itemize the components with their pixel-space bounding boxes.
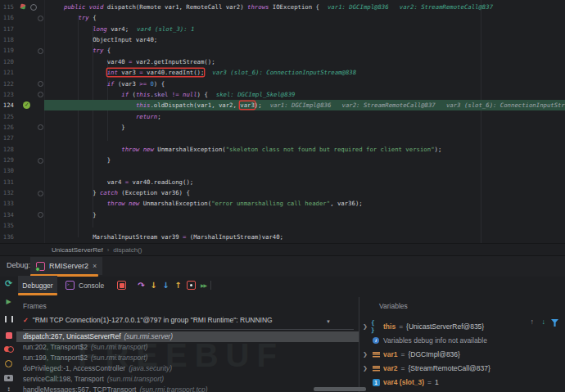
fold-marker-icon[interactable] (38, 191, 43, 196)
thread-selector[interactable]: ✓"RMI TCP Connection(1)-127.0.0.1"@797 i… (23, 316, 354, 330)
step-into-icon[interactable]: ↓ (148, 280, 159, 291)
more-options-icon[interactable]: ⋮ (3, 385, 14, 392)
override-marker-icon[interactable] (30, 4, 37, 11)
tab-console[interactable]: Console (61, 276, 109, 295)
evaluate-expression-icon[interactable] (216, 280, 227, 291)
variable-row[interactable]: iVariables debug info not available (359, 335, 487, 346)
frame-row[interactable]: run:202, Transport$2(sun.rmi.transport) (16, 342, 359, 353)
line-number[interactable]: 134 (0, 210, 14, 220)
code-line[interactable]: this.oldDispatch(var1, var2, var3);var1:… (64, 100, 565, 110)
variable-row[interactable]: ❯var2={StreamRemoteCall@837} (359, 363, 490, 374)
resume-program-icon[interactable]: ▶ (3, 296, 14, 307)
code-token: = (139, 69, 147, 76)
force-step-into-icon[interactable]: ↓ (160, 280, 171, 291)
variable-row[interactable]: ❯{ }this={UnicastServerRef@835} (359, 321, 484, 332)
line-number[interactable]: 136 (0, 232, 14, 242)
line-number[interactable]: 117 (0, 24, 14, 34)
line-number[interactable]: 115 (0, 2, 14, 12)
frame-row[interactable]: serviceCall:198, Transport(sun.rmi.trans… (16, 374, 359, 385)
variable-row[interactable]: 1var4 (slot_3)=1 (359, 376, 439, 388)
view-breakpoints-icon[interactable] (3, 344, 14, 354)
tab-debugger[interactable]: Debugger (18, 276, 57, 295)
show-execution-point-icon[interactable] (116, 280, 127, 291)
mute-breakpoints-icon[interactable] (3, 358, 14, 369)
line-number[interactable]: 135 (0, 220, 14, 231)
code-line[interactable]: } (64, 210, 97, 220)
code-line[interactable]: int var3 = var40.readInt();var3 (slot_6)… (64, 67, 356, 78)
expand-chevron-icon[interactable]: ❯ (363, 323, 371, 330)
code-token: var40.readInt(); (147, 69, 204, 76)
line-number[interactable]: 127 (0, 133, 14, 143)
code-line[interactable]: ObjectInput var40; (64, 34, 157, 45)
code-line[interactable]: if (var3 >= 0) { (64, 79, 165, 89)
breadcrumb-class[interactable]: UnicastServerRef (52, 246, 103, 254)
fold-marker-icon[interactable] (38, 92, 43, 97)
variable-row[interactable]: ❯var1={DGCImpl@836} (359, 349, 460, 360)
line-number[interactable]: 128 (0, 144, 14, 155)
thread-dump-camera-icon[interactable] (3, 372, 14, 383)
expand-chevron-icon[interactable]: ❯ (363, 351, 371, 358)
fold-marker-icon[interactable] (38, 124, 43, 130)
fold-marker-icon[interactable] (38, 16, 43, 21)
step-over-icon[interactable]: ↷ (136, 280, 147, 291)
run-to-cursor-icon[interactable] (186, 280, 197, 291)
code-line[interactable]: var4 = var40.readLong(); (64, 177, 193, 187)
fold-marker-icon[interactable] (38, 158, 43, 164)
code-token: var4 (107, 178, 125, 186)
frame-row[interactable]: run:199, Transport$2(sun.rmi.transport) (16, 353, 359, 363)
code-line[interactable]: } (64, 155, 111, 165)
code-line[interactable]: var40 = var2.getInputStream(); (64, 56, 215, 67)
line-number[interactable]: 131 (0, 177, 14, 187)
line-number[interactable]: 122 (0, 79, 14, 89)
line-number[interactable]: 123 (0, 89, 14, 100)
breadcrumb-method[interactable]: dispatch() (113, 246, 142, 254)
code-line[interactable]: try { (64, 12, 97, 23)
code-line[interactable]: return; (64, 111, 161, 122)
resume-alt-icon[interactable]: ▶▶ (198, 280, 209, 291)
debug-left-action-strip: ⟳▶⋮ (0, 276, 16, 392)
code-line[interactable]: if (this.skel != null) {skel: DGCImpl_Sk… (64, 89, 295, 100)
frame-package: (sun.rmi.transport) (91, 343, 147, 351)
code-line[interactable]: public void dispatch(Remote var1, Remote… (64, 2, 493, 12)
layout-settings-icon[interactable] (230, 280, 241, 291)
code-line[interactable]: long var4;var4 (slot_3): 1 (64, 24, 194, 34)
line-number[interactable]: 130 (0, 165, 14, 176)
line-number[interactable]: 121 (0, 67, 14, 78)
code-line[interactable]: try { (64, 45, 111, 56)
line-number[interactable]: 133 (0, 198, 14, 209)
breadcrumb-separator: › (107, 246, 110, 254)
line-number[interactable]: 129 (0, 155, 14, 165)
code-line[interactable]: } (64, 122, 125, 133)
line-number[interactable]: 119 (0, 45, 14, 56)
step-out-icon[interactable]: ↑ (173, 280, 183, 291)
frame-row[interactable]: doPrivileged:-1, AccessController(java.s… (16, 363, 359, 374)
fold-marker-icon[interactable] (38, 48, 43, 54)
stop-program-icon[interactable] (3, 330, 14, 340)
line-number[interactable]: 126 (0, 122, 14, 133)
line-number[interactable]: 118 (0, 34, 14, 45)
line-number[interactable]: 124 (0, 100, 14, 110)
breakpoint-hit-icon[interactable]: ✓ (23, 101, 30, 109)
debug-session-tab[interactable]: RMIServer2 × (30, 257, 102, 275)
horizontal-scrollbar-thumb[interactable] (314, 387, 366, 391)
line-number[interactable]: 116 (0, 12, 14, 23)
code-line[interactable]: throw new UnmarshalException("skeleton c… (64, 144, 441, 155)
run-configuration-icon (36, 262, 45, 271)
code-line[interactable]: throw new UnmarshalException("error unma… (64, 198, 363, 209)
fold-marker-icon[interactable] (38, 212, 43, 218)
line-number[interactable]: 125 (0, 111, 14, 122)
line-number[interactable]: 132 (0, 187, 14, 198)
expand-chevron-icon[interactable]: ❯ (363, 365, 371, 372)
code-line[interactable]: MarshalInputStream var39 = (MarshalInput… (64, 232, 283, 242)
frame-row[interactable]: dispatch:267, UnicastServerRef(sun.rmi.s… (16, 331, 359, 342)
method-marker-icon[interactable] (20, 3, 25, 9)
code-line[interactable]: } catch (Exception var36) { (64, 187, 190, 198)
rerun-debug-icon[interactable]: ⟳ (3, 278, 14, 289)
code-editor[interactable]: 115public void dispatch(Remote var1, Rem… (0, 0, 565, 243)
pause-program-icon[interactable] (3, 313, 14, 324)
line-number[interactable]: 120 (0, 56, 14, 67)
session-tab-close-icon[interactable]: × (93, 262, 97, 270)
frame-row[interactable]: handleMessages:567, TCPTransport(sun.rmi… (16, 385, 359, 392)
chevron-down-icon[interactable]: ▼ (326, 319, 331, 324)
fold-marker-icon[interactable] (38, 81, 43, 87)
